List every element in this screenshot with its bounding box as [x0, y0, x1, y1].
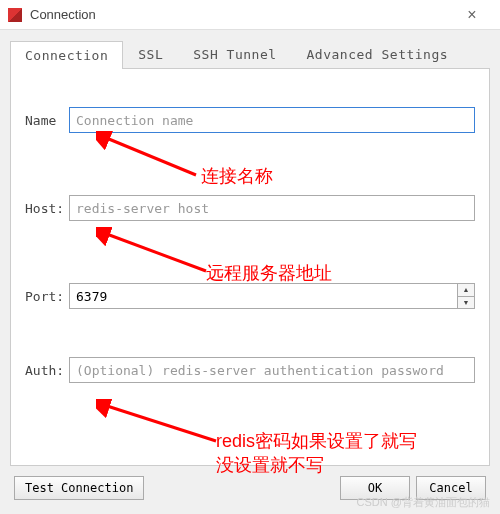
tab-ssl[interactable]: SSL	[123, 40, 178, 68]
svg-line-2	[104, 405, 216, 441]
cancel-button[interactable]: Cancel	[416, 476, 486, 500]
svg-line-0	[104, 137, 196, 175]
annotation-auth-line1: redis密码如果设置了就写	[216, 429, 417, 453]
port-label: Port:	[25, 289, 69, 304]
titlebar: Connection ×	[0, 0, 500, 30]
tab-ssh-tunnel[interactable]: SSH Tunnel	[178, 40, 291, 68]
app-icon	[8, 8, 22, 22]
tab-connection[interactable]: Connection	[10, 41, 123, 69]
ok-button[interactable]: OK	[340, 476, 410, 500]
arrow-icon	[96, 227, 216, 277]
window-title: Connection	[30, 7, 452, 22]
name-input[interactable]	[69, 107, 475, 133]
annotation-auth: redis密码如果设置了就写 没设置就不写	[216, 429, 417, 477]
tab-panel-connection: Name 连接名称 Host: 远程服务器地址 Port: ▲ ▼	[10, 69, 490, 466]
auth-input[interactable]	[69, 357, 475, 383]
host-input[interactable]	[69, 195, 475, 221]
test-connection-button[interactable]: Test Connection	[14, 476, 144, 500]
annotation-host: 远程服务器地址	[206, 261, 332, 285]
annotation-auth-line2: 没设置就不写	[216, 453, 417, 477]
arrow-icon	[96, 399, 226, 447]
host-label: Host:	[25, 201, 69, 216]
port-spinner[interactable]: ▲ ▼	[69, 283, 475, 309]
close-icon[interactable]: ×	[452, 6, 492, 24]
port-spin-buttons: ▲ ▼	[457, 283, 475, 309]
dialog-body: Connection SSL SSH Tunnel Advanced Setti…	[0, 30, 500, 514]
tab-advanced[interactable]: Advanced Settings	[292, 40, 464, 68]
name-label: Name	[25, 113, 69, 128]
tab-bar: Connection SSL SSH Tunnel Advanced Setti…	[10, 40, 490, 69]
arrow-icon	[96, 131, 206, 181]
annotation-name: 连接名称	[201, 164, 273, 188]
port-input[interactable]	[69, 283, 457, 309]
auth-label: Auth:	[25, 363, 69, 378]
port-step-up-icon[interactable]: ▲	[458, 284, 474, 297]
svg-line-1	[104, 233, 206, 271]
port-step-down-icon[interactable]: ▼	[458, 297, 474, 309]
